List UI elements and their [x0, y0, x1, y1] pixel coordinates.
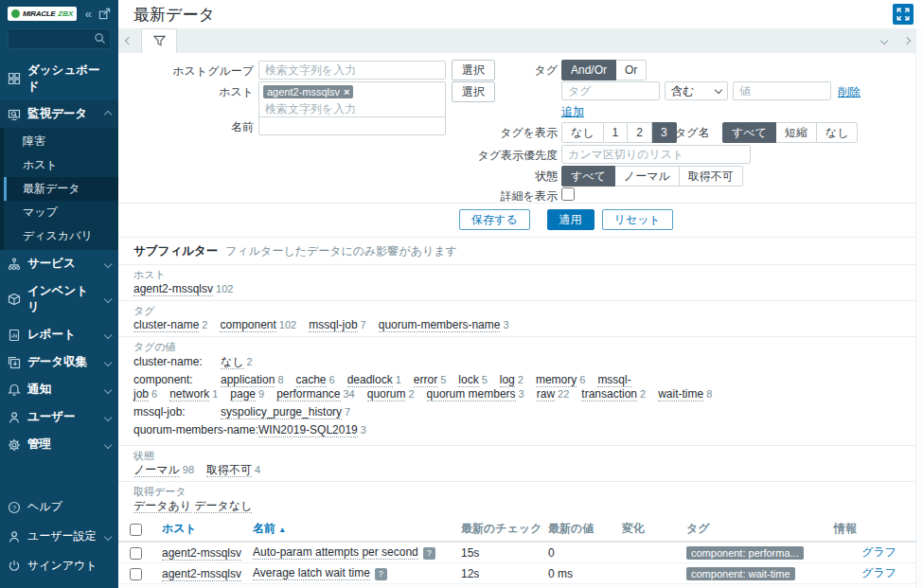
subfilter-value-link[interactable]: 取得不可 [206, 463, 252, 477]
subfilter-value-link[interactable]: log [500, 373, 515, 387]
vertical-scrollbar[interactable] [915, 28, 923, 588]
subfilter-value-link[interactable]: quorum [367, 387, 406, 401]
sidebar-item-help[interactable]: ? ヘルプ [0, 492, 118, 522]
tag-chip[interactable]: component: wait-time [686, 567, 795, 580]
host-group-input[interactable] [258, 61, 446, 80]
sidebar-item-signout[interactable]: サインアウト [0, 551, 118, 580]
tabs-scroll-right-icon[interactable] [903, 37, 911, 45]
subfilter-value-link[interactable]: deadlock [347, 373, 393, 387]
subfilter-value-link[interactable]: transaction [581, 387, 637, 401]
subfilter-value-link[interactable]: quorum-members-name [379, 318, 501, 332]
sidebar-item-user-settings[interactable]: ユーザー設定 [0, 522, 118, 551]
subfilter-value-link[interactable]: wait-time [658, 387, 703, 401]
subfilter-value-link[interactable]: raw [537, 387, 555, 401]
show-tags-none-option[interactable]: なし [561, 122, 604, 143]
subfilter-value-link[interactable]: memory [536, 373, 577, 387]
subfilter-value-link[interactable]: データなし [194, 499, 252, 513]
graph-link[interactable]: グラフ [861, 566, 896, 579]
subfilter-value-link[interactable]: ノーマル [133, 463, 180, 477]
sidebar-item-monitoring[interactable]: 監視データ [0, 100, 118, 128]
sidebar-subitem-hosts[interactable]: ホスト [4, 153, 118, 177]
state-all-option[interactable]: すべて [561, 166, 615, 187]
sidebar-subitem-problems[interactable]: 障害 [4, 130, 118, 153]
subfilter-value-link[interactable]: agent2-mssqlsv [133, 282, 213, 296]
tag-priority-input[interactable] [561, 145, 751, 164]
item-help-icon[interactable]: ? [423, 547, 435, 560]
subfilter-value-link[interactable]: application [221, 373, 275, 387]
subfilter-value-link[interactable]: cache [296, 373, 327, 387]
subfilter-value-link[interactable]: syspolicy_purge_history [221, 405, 342, 419]
host-link[interactable]: agent2-mssqlsv [162, 546, 241, 561]
reset-button[interactable]: リセット [602, 209, 673, 230]
tag-operator-select[interactable]: 含む [665, 81, 728, 100]
tag-andor-option[interactable]: And/Or [561, 60, 616, 80]
state-unsupported-option[interactable]: 取得不可 [680, 166, 743, 187]
sidebar-item-label: サインアウト [27, 558, 98, 574]
sidebar-item-administration[interactable]: 管理 [0, 431, 118, 458]
column-header-host[interactable]: ホスト [156, 517, 247, 542]
tagname-full-option[interactable]: すべて [722, 122, 776, 143]
kiosk-mode-button[interactable] [893, 4, 914, 25]
subfilter-value-link[interactable]: mssql-job [309, 318, 357, 332]
item-name-link[interactable]: Auto-param attempts per second [253, 545, 418, 560]
tag-or-option[interactable]: Or [616, 60, 647, 80]
brand-logo[interactable]: MIRACLE ZBX [8, 7, 77, 21]
subfilter-value-link[interactable]: quorum members [427, 387, 516, 401]
subfilter-value-link[interactable]: page [230, 387, 256, 401]
host-link[interactable]: agent2-mssqlsv [162, 567, 241, 581]
chip-remove-icon[interactable]: × [344, 86, 349, 98]
state-normal-option[interactable]: ノーマル [615, 166, 680, 187]
sidebar-item-alerts[interactable]: 通知 [0, 376, 118, 403]
column-header-name[interactable]: 名前 ▲ [247, 517, 455, 542]
apply-button[interactable]: 適用 [547, 209, 595, 230]
sidebar-item-services[interactable]: サービス [0, 250, 118, 277]
show-tags-1-option[interactable]: 1 [604, 122, 629, 143]
sidebar-item-dashboard[interactable]: ダッシュボード [0, 57, 118, 100]
subfilter-value-link[interactable]: lock [458, 373, 478, 387]
subfilter-value-link[interactable]: なし [221, 355, 244, 369]
subfilter-value-link[interactable]: network [169, 387, 209, 401]
subfilter-value-link[interactable]: cluster-name [133, 318, 199, 332]
collapse-filter-icon[interactable] [880, 37, 888, 45]
row-checkbox[interactable] [130, 547, 142, 560]
subfilter-value-link[interactable]: error [414, 373, 437, 387]
host-select-button[interactable]: 選択 [452, 81, 495, 102]
collapse-sidebar-icon[interactable]: « [85, 9, 92, 19]
host-multiselect[interactable]: agent2-mssqlsv × 検索文字列を入力 [258, 81, 446, 119]
tag-chip[interactable]: component: performa... [686, 546, 804, 560]
subfilter-value-link[interactable]: performance [276, 387, 340, 401]
save-filter-button[interactable]: 保存する [459, 209, 530, 230]
details-checkbox[interactable] [561, 187, 575, 201]
name-input[interactable] [258, 116, 446, 135]
subfilter-value-link[interactable]: WIN2019-SQL2019 [258, 423, 358, 437]
item-help-icon[interactable]: ? [375, 568, 387, 580]
sidebar-subitem-latest-data[interactable]: 最新データ [4, 177, 118, 201]
sidebar-subitem-maps[interactable]: マップ [4, 201, 118, 224]
tag-value-input[interactable] [733, 81, 831, 100]
undock-sidebar-icon[interactable] [98, 8, 111, 20]
host-search-placeholder[interactable]: 検索文字列を入力 [263, 98, 441, 117]
sidebar-item-data-collection[interactable]: データ収集 [0, 348, 118, 376]
show-tags-3-option[interactable]: 3 [652, 122, 677, 143]
tabs-scroll-left-icon[interactable] [125, 37, 133, 45]
subfilter-value-count: 2 [202, 319, 207, 330]
tagname-none-option[interactable]: なし [817, 122, 859, 143]
subfilter-value-link[interactable]: component [220, 318, 275, 332]
row-checkbox[interactable] [130, 568, 142, 580]
tag-add-link[interactable]: 追加 [561, 104, 584, 120]
sidebar-subitem-discovery[interactable]: ディスカバリ [4, 224, 118, 248]
tag-remove-link[interactable]: 削除 [838, 84, 861, 100]
select-all-checkbox[interactable] [130, 524, 142, 536]
host-chip[interactable]: agent2-mssqlsv × [263, 85, 353, 98]
search-icon[interactable] [94, 32, 106, 45]
graph-link[interactable]: グラフ [861, 545, 896, 559]
subfilter-value-link[interactable]: データあり [133, 499, 191, 513]
sidebar-item-users[interactable]: ユーザー [0, 403, 118, 431]
show-tags-2-option[interactable]: 2 [628, 122, 652, 143]
sidebar-item-inventory[interactable]: インベントリ [0, 277, 118, 321]
tag-name-input[interactable] [561, 81, 660, 100]
item-name-link[interactable]: Average latch wait time [253, 566, 370, 580]
sidebar-item-reports[interactable]: レポート [0, 321, 118, 348]
filter-tab[interactable] [141, 28, 177, 53]
tagname-short-option[interactable]: 短縮 [776, 122, 817, 143]
